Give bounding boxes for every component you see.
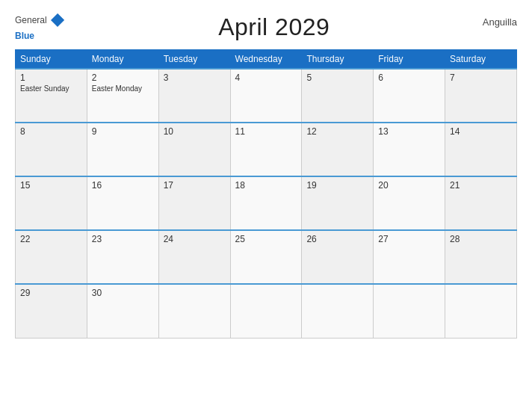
col-monday: Monday xyxy=(87,50,158,69)
table-row: 4 xyxy=(230,69,302,123)
table-row: 2Easter Monday xyxy=(87,69,158,123)
day-number: 1 xyxy=(20,72,82,83)
month-title: April 2029 xyxy=(218,13,330,41)
day-number: 13 xyxy=(378,126,440,137)
table-row xyxy=(302,284,374,338)
day-number: 14 xyxy=(450,126,512,137)
day-number: 16 xyxy=(92,180,154,191)
logo-general-text: General xyxy=(15,15,47,25)
day-number: 22 xyxy=(20,234,82,244)
day-number: 20 xyxy=(378,180,440,191)
logo: General Blue xyxy=(15,12,66,42)
country-label: Anguilla xyxy=(483,16,517,28)
table-row: 21 xyxy=(445,176,517,230)
calendar-row: 2930 xyxy=(16,284,517,338)
day-number: 29 xyxy=(20,288,82,298)
table-row: 3 xyxy=(158,69,230,123)
table-row: 14 xyxy=(445,123,517,176)
header: General Blue April 2029 Anguilla xyxy=(15,12,517,42)
logo-flag-icon xyxy=(49,12,66,28)
table-row: 17 xyxy=(158,176,230,230)
table-row: 26 xyxy=(302,230,374,284)
table-row: 30 xyxy=(87,284,158,338)
day-number: 18 xyxy=(235,180,297,191)
day-number: 6 xyxy=(378,72,440,83)
col-wednesday: Wednesday xyxy=(230,50,302,69)
day-number: 3 xyxy=(164,72,226,83)
day-number: 17 xyxy=(164,180,226,191)
table-row: 25 xyxy=(230,230,302,284)
day-number: 5 xyxy=(306,72,368,83)
table-row: 15 xyxy=(16,176,87,230)
day-number: 23 xyxy=(92,234,154,244)
day-number: 7 xyxy=(450,72,512,83)
calendar-table: Sunday Monday Tuesday Wednesday Thursday… xyxy=(15,49,517,339)
table-row: 28 xyxy=(445,230,517,284)
day-number: 8 xyxy=(20,126,82,137)
day-number: 30 xyxy=(92,288,154,298)
table-row xyxy=(158,284,230,338)
table-row xyxy=(374,284,445,338)
calendar-row: 22232425262728 xyxy=(16,230,517,284)
table-row xyxy=(445,284,517,338)
day-number: 10 xyxy=(164,126,226,137)
table-row: 23 xyxy=(87,230,158,284)
day-number: 24 xyxy=(164,234,226,244)
table-row: 18 xyxy=(230,176,302,230)
day-number: 27 xyxy=(378,234,440,244)
table-row: 6 xyxy=(374,69,445,123)
day-number: 15 xyxy=(20,180,82,191)
calendar-row: 15161718192021 xyxy=(16,176,517,230)
day-number: 19 xyxy=(306,180,368,191)
day-event: Easter Sunday xyxy=(20,84,82,93)
table-row: 20 xyxy=(374,176,445,230)
calendar-row: 1Easter Sunday2Easter Monday34567 xyxy=(16,69,517,123)
table-row: 16 xyxy=(87,176,158,230)
col-tuesday: Tuesday xyxy=(158,50,230,69)
col-thursday: Thursday xyxy=(302,50,374,69)
table-row: 19 xyxy=(302,176,374,230)
table-row: 11 xyxy=(230,123,302,176)
calendar-page: General Blue April 2029 Anguilla Sunday … xyxy=(0,0,532,411)
day-number: 12 xyxy=(306,126,368,137)
svg-marker-1 xyxy=(58,13,64,20)
table-row: 9 xyxy=(87,123,158,176)
day-event: Easter Monday xyxy=(92,84,154,93)
table-row xyxy=(230,284,302,338)
table-row: 27 xyxy=(374,230,445,284)
table-row: 1Easter Sunday xyxy=(16,69,87,123)
table-row: 7 xyxy=(445,69,517,123)
logo-blue-text: Blue xyxy=(15,31,34,41)
day-number: 2 xyxy=(92,72,154,83)
day-number: 25 xyxy=(235,234,297,244)
table-row: 24 xyxy=(158,230,230,284)
day-number: 28 xyxy=(450,234,512,244)
table-row: 22 xyxy=(16,230,87,284)
table-row: 29 xyxy=(16,284,87,338)
day-number: 21 xyxy=(450,180,512,191)
table-row: 13 xyxy=(374,123,445,176)
calendar-header-row: Sunday Monday Tuesday Wednesday Thursday… xyxy=(16,50,517,69)
day-number: 26 xyxy=(306,234,368,244)
day-number: 4 xyxy=(235,72,297,83)
table-row: 8 xyxy=(16,123,87,176)
table-row: 10 xyxy=(158,123,230,176)
calendar-row: 891011121314 xyxy=(16,123,517,176)
table-row: 12 xyxy=(302,123,374,176)
col-saturday: Saturday xyxy=(445,50,517,69)
col-sunday: Sunday xyxy=(16,50,87,69)
day-number: 9 xyxy=(92,126,154,137)
col-friday: Friday xyxy=(374,50,445,69)
day-number: 11 xyxy=(235,126,297,137)
table-row: 5 xyxy=(302,69,374,123)
